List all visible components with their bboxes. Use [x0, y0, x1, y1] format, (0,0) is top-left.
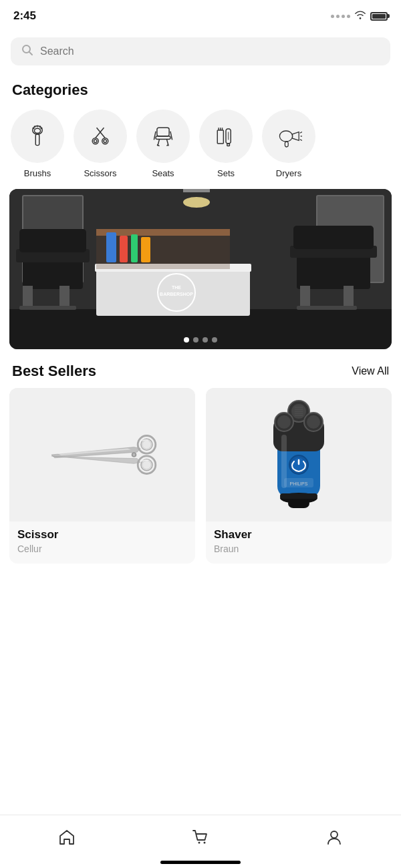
banner-dot-3	[203, 337, 208, 343]
svg-rect-58	[297, 306, 357, 310]
home-icon	[57, 828, 76, 849]
category-brushes-label: Brushs	[24, 168, 51, 178]
products-grid: Scissor Cellur	[0, 388, 401, 577]
wifi-icon	[354, 10, 366, 22]
svg-point-30	[279, 131, 292, 142]
status-bar: 2:45	[0, 0, 401, 29]
svg-rect-49	[19, 229, 86, 252]
svg-rect-31	[285, 142, 288, 147]
nav-cart[interactable]	[178, 824, 223, 853]
svg-line-32	[300, 132, 302, 134]
bottom-nav	[0, 815, 401, 868]
svg-point-94	[204, 841, 206, 843]
nav-profile[interactable]	[311, 824, 357, 853]
category-sets[interactable]: Sets	[199, 110, 253, 178]
svg-point-13	[94, 140, 97, 143]
svg-line-20	[166, 145, 168, 146]
categories-row: Brushs Scissors	[0, 107, 401, 189]
svg-rect-57	[344, 286, 354, 309]
banner-dot-2	[193, 337, 198, 343]
best-sellers-header: Best Sellers View All	[0, 349, 401, 388]
product-image-scissor	[9, 388, 195, 521]
svg-point-3	[34, 128, 40, 133]
svg-rect-55	[293, 226, 374, 249]
product-name-scissor: Scissor	[17, 528, 187, 541]
categories-title: Categories	[0, 71, 401, 107]
svg-rect-46	[141, 237, 150, 262]
product-brand-shaver: Braun	[214, 544, 384, 554]
category-dryers-label: Dryers	[276, 168, 301, 178]
best-sellers-title: Best Sellers	[12, 363, 96, 380]
svg-rect-44	[120, 236, 128, 262]
search-icon	[21, 44, 33, 59]
product-info-shaver: Shaver Braun	[206, 521, 392, 564]
category-dryers-circle	[262, 110, 315, 163]
svg-rect-16	[156, 136, 170, 140]
category-sets-label: Sets	[217, 168, 235, 178]
svg-rect-43	[106, 232, 116, 262]
category-seats-circle	[136, 110, 190, 163]
svg-rect-2	[35, 134, 39, 145]
search-bar[interactable]	[11, 37, 390, 65]
category-seats[interactable]: Seats	[136, 110, 190, 178]
svg-rect-23	[217, 130, 223, 144]
home-bar-indicator	[160, 861, 241, 864]
svg-rect-50	[23, 286, 33, 309]
status-icons	[331, 10, 388, 22]
svg-point-79	[307, 415, 320, 429]
battery-icon	[370, 12, 388, 21]
svg-line-5	[34, 126, 35, 128]
svg-rect-15	[157, 128, 169, 136]
signal-dots-icon	[331, 15, 350, 18]
profile-icon	[325, 828, 344, 849]
product-info-scissor: Scissor Cellur	[9, 521, 195, 564]
barbershop-banner: THE BARBERSHOP	[9, 189, 392, 349]
product-image-shaver: PHILIPS	[206, 388, 392, 521]
svg-rect-28	[227, 144, 230, 146]
category-scissors[interactable]: Scissors	[74, 110, 127, 178]
svg-point-14	[104, 140, 107, 143]
svg-text:PHILIPS: PHILIPS	[290, 481, 308, 486]
svg-point-95	[331, 831, 338, 838]
svg-line-12	[97, 128, 106, 138]
svg-rect-62	[183, 189, 210, 192]
svg-rect-51	[59, 286, 70, 309]
cart-icon	[191, 828, 210, 849]
product-card-scissor[interactable]: Scissor Cellur	[9, 388, 195, 564]
category-brushes-circle	[11, 110, 64, 163]
category-seats-label: Seats	[152, 168, 174, 178]
view-all-button[interactable]: View All	[352, 365, 389, 377]
svg-rect-52	[19, 306, 76, 310]
banner-container: THE BARBERSHOP	[9, 189, 392, 349]
banner-dot-1	[184, 337, 189, 343]
category-brushes[interactable]: Brushs	[11, 110, 64, 178]
svg-point-63	[183, 197, 210, 208]
product-name-shaver: Shaver	[214, 528, 384, 541]
category-scissors-circle	[74, 110, 127, 163]
product-brand-scissor: Cellur	[17, 544, 187, 554]
banner-dot-4	[212, 337, 217, 343]
svg-rect-56	[300, 286, 310, 309]
svg-point-69	[133, 453, 136, 456]
category-scissors-label: Scissors	[84, 168, 116, 178]
product-card-shaver[interactable]: PHILIPS Shaver Braun	[206, 388, 392, 564]
category-dryers[interactable]: Dryers	[262, 110, 315, 178]
search-input[interactable]	[40, 45, 380, 57]
svg-rect-91	[280, 493, 317, 499]
svg-point-78	[277, 415, 291, 429]
svg-text:THE: THE	[172, 285, 181, 290]
svg-rect-53	[297, 252, 370, 289]
svg-rect-92	[288, 499, 309, 508]
svg-point-93	[198, 841, 200, 843]
category-sets-circle	[199, 110, 253, 163]
banner-dots	[184, 337, 217, 343]
search-container	[0, 29, 401, 71]
svg-text:BARBERSHOP: BARBERSHOP	[160, 292, 193, 296]
svg-rect-45	[131, 234, 138, 262]
status-time: 2:45	[13, 9, 36, 23]
svg-line-7	[40, 126, 41, 128]
categories-section: Categories Brushs	[0, 71, 401, 189]
nav-home[interactable]	[44, 824, 90, 853]
svg-line-34	[300, 140, 302, 141]
svg-line-11	[96, 128, 104, 138]
